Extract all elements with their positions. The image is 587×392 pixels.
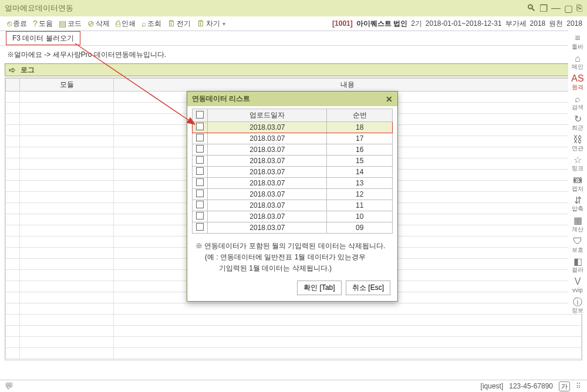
info-icon: ⓘ (573, 297, 582, 307)
calculator-icon: ▦ (573, 215, 582, 226)
row-checkbox[interactable] (196, 212, 204, 219)
resize-grip-icon[interactable]: ⠿ (576, 382, 582, 390)
row-date: 2018.03.07 (208, 200, 327, 211)
code-icon: ▤ (59, 19, 66, 28)
log-col-blank (6, 79, 20, 92)
toolbar-next-period[interactable]: 🗓︎차기▾ (194, 19, 228, 29)
rail-toolbar[interactable]: ≡툴바 (572, 33, 583, 50)
palette-icon: ◧ (573, 256, 582, 267)
wht-label: 원천 (549, 19, 563, 29)
close-window-icon[interactable]: ⎘ (576, 3, 582, 13)
row-date: 2018.03.07 (208, 133, 327, 144)
table-row[interactable] (6, 326, 582, 337)
sync-data-row[interactable]: 2018.03.0712 (193, 189, 393, 200)
vat-label: 부가세 (505, 19, 527, 29)
row-date: 2018.03.07 (208, 144, 327, 156)
sync-data-row[interactable]: 2018.03.0716 (193, 144, 393, 156)
compress-icon: ⇵ (574, 195, 582, 206)
rail-related[interactable]: ⛓︎연관 (572, 134, 583, 151)
dialog-cancel-button[interactable]: 취소 [Esc] (346, 281, 390, 295)
rail-protect[interactable]: 🛡︎보호 (572, 236, 583, 253)
sync-data-row[interactable]: 2018.03.0717 (193, 133, 393, 144)
toolbar-help[interactable]: ?도움 (31, 19, 55, 29)
chat-icon[interactable]: 💬︎ (5, 381, 13, 391)
rail-remote[interactable]: AS원격 (571, 73, 583, 90)
period-label: 2기 (411, 19, 422, 29)
row-checkbox[interactable] (196, 145, 204, 153)
rail-search[interactable]: ⌕검색 (572, 94, 583, 111)
print-icon: ⎙ (116, 19, 120, 28)
vvip-icon: V (575, 276, 581, 287)
star-icon: ☆ (573, 155, 582, 165)
sync-data-row[interactable]: 2018.03.0709 (193, 222, 393, 234)
row-checkbox[interactable] (196, 123, 204, 130)
table-row[interactable] (6, 303, 582, 315)
title-bar: 얼마에요데이터연동 🔍︎ ❐ — ▢ ⎘ (0, 0, 587, 16)
row-seq: 10 (327, 211, 393, 222)
ime-indicator[interactable]: 가 (559, 381, 570, 391)
rail-recent[interactable]: ↻최근 (572, 114, 583, 131)
search-icon: ⌕ (141, 19, 146, 28)
row-checkbox[interactable] (196, 156, 204, 164)
toolbar-delete[interactable]: ⊘삭제 (85, 19, 112, 29)
row-seq: 15 (327, 156, 393, 167)
sync-data-row[interactable]: 2018.03.0715 (193, 156, 393, 167)
vat-year: 2018 (530, 19, 546, 28)
restore-icon[interactable]: ❐ (539, 3, 548, 14)
row-date: 2018.03.07 (208, 167, 327, 178)
shield-icon: 🛡︎ (573, 236, 582, 246)
dialog-ok-button[interactable]: 확인 [Tab] (297, 281, 341, 295)
toolbar-close[interactable]: ⎋종료 (5, 19, 29, 29)
sync-data-row[interactable]: 2018.03.0710 (193, 211, 393, 222)
right-nav-rail: ≡툴바 ⌂메인 AS원격 ⌕검색 ↻최근 ⛓︎연관 ☆링크 📷︎캡처 ⇵압축 ▦… (568, 31, 587, 313)
rail-compress[interactable]: ⇵압축 (572, 195, 583, 212)
row-seq: 14 (327, 167, 393, 178)
table-row[interactable] (6, 315, 582, 326)
rail-calc[interactable]: ▦계산 (572, 215, 583, 232)
row-date: 2018.03.07 (208, 122, 327, 133)
main-toolbar: ⎋종료 ?도움 ▤코드 ⊘삭제 ⎙인쇄 ⌕조회 🗓︎전기 🗓︎차기▾ [1001… (0, 16, 587, 31)
row-checkbox[interactable] (196, 167, 204, 175)
row-checkbox[interactable] (196, 223, 204, 231)
row-seq: 12 (327, 189, 393, 200)
dialog-col-check[interactable] (193, 109, 208, 122)
sync-data-dialog: 연동데이터 리스트 ✕ 업로드일자 순번 2018.03.07182018.03… (187, 91, 398, 302)
maximize-icon[interactable]: ▢ (564, 3, 573, 14)
row-checkbox[interactable] (196, 134, 204, 141)
rail-vvip[interactable]: Vvvip (572, 276, 583, 293)
table-row[interactable] (6, 337, 582, 348)
rail-link[interactable]: ☆링크 (572, 155, 583, 172)
sync-data-row[interactable]: 2018.03.0713 (193, 178, 393, 189)
sync-data-row[interactable]: 2018.03.0718 (193, 122, 393, 133)
function-tab-row: F3 데이터 불러오기 (0, 31, 587, 45)
check-all-box[interactable] (196, 111, 204, 119)
sync-data-row[interactable]: 2018.03.0714 (193, 167, 393, 178)
wht-year: 2018 (566, 19, 582, 28)
dialog-close-icon[interactable]: ✕ (386, 94, 393, 104)
rail-main[interactable]: ⌂메인 (572, 53, 583, 70)
menu-icon: ≡ (575, 33, 580, 43)
toolbar-code[interactable]: ▤코드 (56, 19, 84, 29)
page-description: ※얼마에요 -> 세무사랑Pro 데이터연동메뉴입니다. (5, 48, 582, 63)
row-seq: 17 (327, 133, 393, 144)
status-bizno: 123-45-67890 (509, 382, 553, 390)
history-icon: ↻ (574, 114, 582, 124)
rail-color[interactable]: ◧컬러 (572, 256, 583, 273)
row-checkbox[interactable] (196, 178, 204, 186)
toolbar-print[interactable]: ⎙인쇄 (113, 19, 138, 29)
rail-info[interactable]: ⓘ정보 (572, 297, 583, 314)
status-company: [iquest] (481, 382, 504, 390)
f3-load-data-tab[interactable]: F3 데이터 불러오기 (6, 31, 80, 45)
remote-icon: AS (571, 73, 583, 84)
table-row[interactable] (6, 348, 582, 359)
sync-data-row[interactable]: 2018.03.0711 (193, 200, 393, 211)
minimize-icon[interactable]: — (551, 3, 561, 13)
row-checkbox[interactable] (196, 201, 204, 208)
row-checkbox[interactable] (196, 190, 204, 197)
toolbar-query[interactable]: ⌕조회 (139, 19, 164, 29)
calendar-prev-icon: 🗓︎ (167, 19, 176, 28)
toolbar-prev-period[interactable]: 🗓︎전기 (165, 19, 193, 29)
row-seq: 13 (327, 178, 393, 189)
rail-capture[interactable]: 📷︎캡처 (572, 175, 583, 192)
zoom-in-icon[interactable]: 🔍︎ (527, 3, 536, 13)
